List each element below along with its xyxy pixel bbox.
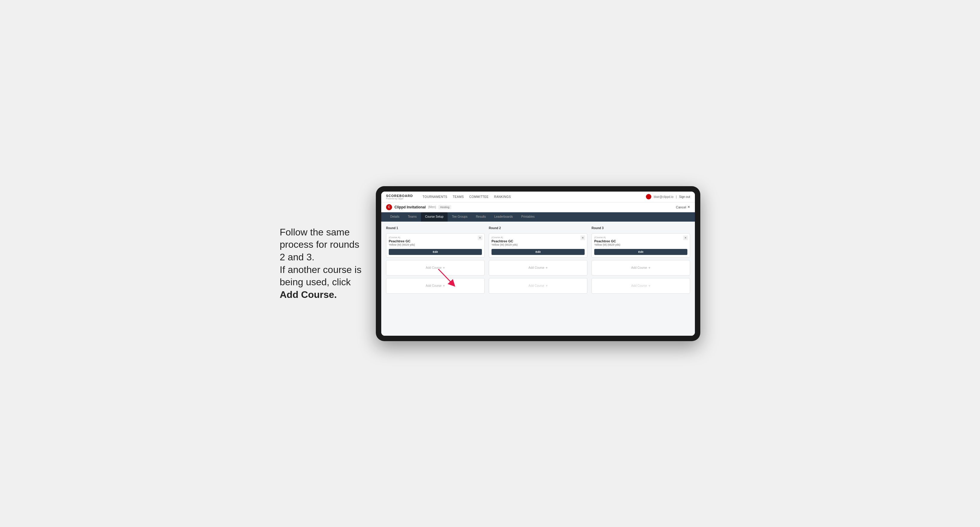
page-container: Follow the same process for rounds 2 and… [280, 186, 700, 341]
round-2-add-course-1[interactable]: Add Course + [489, 260, 587, 276]
nav-tournaments[interactable]: TOURNAMENTS [422, 195, 447, 198]
round-2-delete-icon[interactable]: ✕ [581, 235, 585, 240]
round-1-add-course-1[interactable]: Add Course + [386, 260, 485, 276]
round-1-course-card-1: ✕ (Course A) Peachtree GC Yellow (M) (66… [386, 233, 485, 258]
round-3-course-tag-1: (Course A) [594, 236, 687, 239]
nav-links: TOURNAMENTS TEAMS COMMITTEE RANKINGS [422, 195, 638, 198]
round-2-edit-button-1[interactable]: Edit [492, 249, 585, 255]
tab-tee-groups[interactable]: Tee Groups [448, 212, 472, 222]
round-2-column: Round 2 ✕ (Course A) Peachtree GC Yellow… [489, 226, 587, 294]
round-2-label: Round 2 [489, 226, 587, 230]
cancel-button[interactable]: Cancel ✕ [676, 205, 690, 209]
round-1-add-course-2[interactable]: Add Course + [386, 278, 485, 294]
round-2-course-card-1: ✕ (Course A) Peachtree GC Yellow (M) (66… [489, 233, 587, 258]
tablet-device: SCOREBOARD Powered by clippd TOURNAMENTS… [376, 186, 700, 341]
round-1-course-name-1: Peachtree GC [389, 239, 482, 243]
tab-details[interactable]: Details [386, 212, 404, 222]
round-1-delete-icon[interactable]: ✕ [478, 235, 482, 240]
nav-committee[interactable]: COMMITTEE [469, 195, 489, 198]
nav-teams[interactable]: TEAMS [453, 195, 464, 198]
user-avatar [646, 194, 651, 199]
round-3-label: Round 3 [592, 226, 690, 230]
r2-add-course-label: Add Course [528, 266, 544, 269]
user-email: blair@clippd.io [654, 195, 674, 198]
nav-right: blair@clippd.io | Sign out [646, 194, 690, 199]
add-course-label: Add Course [426, 266, 442, 269]
tab-teams[interactable]: Teams [404, 212, 421, 222]
round-1-course-tag-1: (Course A) [389, 236, 482, 239]
r3-add-course-label: Add Course [631, 266, 647, 269]
logo-text: SCOREBOARD [386, 194, 413, 198]
tournament-gender: (Men) [428, 205, 436, 209]
instruction-panel: Follow the same process for rounds 2 and… [280, 226, 364, 301]
tab-bar: Details Teams Course Setup Tee Groups Re… [381, 212, 695, 222]
close-icon: ✕ [687, 205, 690, 209]
round-3-add-course-2: Add Course + [592, 278, 690, 294]
sub-header: C Clippd Invitational (Men) Hosting Canc… [381, 202, 695, 212]
top-nav: SCOREBOARD Powered by clippd TOURNAMENTS… [381, 192, 695, 202]
round-1-edit-button-1[interactable]: Edit [389, 249, 482, 255]
round-3-edit-button-1[interactable]: Edit [594, 249, 687, 255]
tab-results[interactable]: Results [472, 212, 490, 222]
round-3-course-name-1: Peachtree GC [594, 239, 687, 243]
round-2-course-tag-1: (Course A) [492, 236, 585, 239]
sign-out-link[interactable]: Sign out [679, 195, 690, 198]
add-course-label-2: Add Course [426, 284, 442, 287]
round-3-delete-icon[interactable]: ✕ [683, 235, 688, 240]
r3-plus-icon-2: + [648, 284, 651, 288]
hosting-badge: Hosting [438, 205, 451, 209]
round-2-add-course-2: Add Course + [489, 278, 587, 294]
tournament-name: Clippd Invitational [395, 205, 426, 209]
plus-icon: + [443, 266, 445, 270]
r2-add-course-label-2: Add Course [528, 284, 544, 287]
round-2-course-details-1: Yellow (M) (6629 yds) [492, 243, 585, 246]
round-3-column: Round 3 ✕ (Course A) Peachtree GC Yellow… [592, 226, 690, 294]
round-1-label: Round 1 [386, 226, 485, 230]
round-1-column: Round 1 ✕ (Course A) Peachtree GC Yellow… [386, 226, 485, 294]
cancel-label: Cancel [676, 205, 686, 209]
scoreboard-logo: SCOREBOARD Powered by clippd [386, 194, 413, 200]
instruction-text: Follow the same process for rounds 2 and… [280, 227, 361, 300]
c-logo: C [386, 204, 392, 210]
round-1-course-details-1: Yellow (M) (6629 yds) [389, 243, 482, 246]
powered-by: Powered by clippd [386, 198, 413, 200]
round-3-course-card-1: ✕ (Course A) Peachtree GC Yellow (M) (66… [592, 233, 690, 258]
tournament-title: C Clippd Invitational (Men) Hosting [386, 204, 451, 210]
plus-icon-2: + [443, 284, 445, 288]
tab-course-setup[interactable]: Course Setup [421, 212, 448, 222]
round-3-course-details-1: Yellow (M) (6629 yds) [594, 243, 687, 246]
tablet-screen: SCOREBOARD Powered by clippd TOURNAMENTS… [381, 192, 695, 336]
r3-plus-icon: + [648, 266, 651, 270]
pipe-separator: | [676, 195, 677, 198]
tab-leaderboards[interactable]: Leaderboards [490, 212, 517, 222]
r3-add-course-label-2: Add Course [631, 284, 647, 287]
rounds-grid: Round 1 ✕ (Course A) Peachtree GC Yellow… [386, 226, 690, 294]
tab-printables[interactable]: Printables [517, 212, 539, 222]
round-3-add-course-1[interactable]: Add Course + [592, 260, 690, 276]
round-2-course-name-1: Peachtree GC [492, 239, 585, 243]
r2-plus-icon-2: + [546, 284, 548, 288]
r2-plus-icon: + [546, 266, 548, 270]
main-content: Round 1 ✕ (Course A) Peachtree GC Yellow… [381, 222, 695, 336]
nav-rankings[interactable]: RANKINGS [494, 195, 511, 198]
